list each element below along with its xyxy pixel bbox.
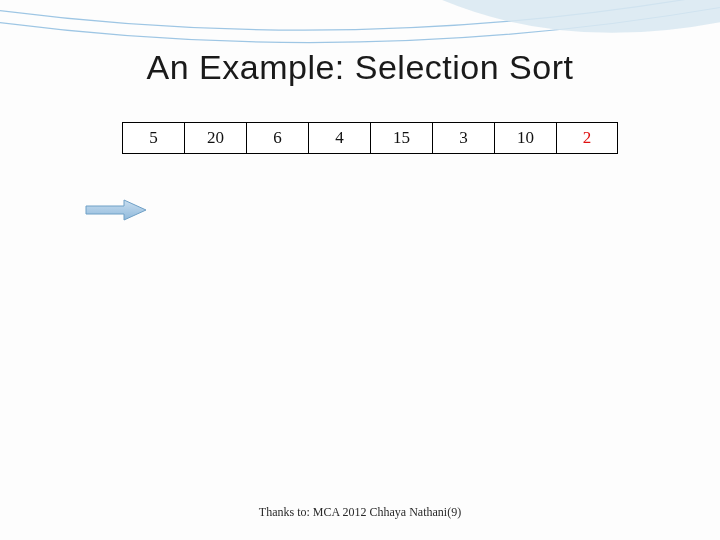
array-cell-min: 2 xyxy=(556,122,618,154)
array-cell: 4 xyxy=(308,122,370,154)
credit-text: Thanks to: MCA 2012 Chhaya Nathani(9) xyxy=(0,505,720,520)
array-cell: 6 xyxy=(246,122,308,154)
decor-line-1 xyxy=(0,0,720,30)
pointer-arrow-icon xyxy=(84,198,148,222)
decor-line-2 xyxy=(0,4,720,43)
array-cell: 10 xyxy=(494,122,556,154)
array-cell: 5 xyxy=(122,122,184,154)
decor-swoosh xyxy=(420,0,720,33)
array-cell: 20 xyxy=(184,122,246,154)
array-cell: 3 xyxy=(432,122,494,154)
array-row: 5 20 6 4 15 3 10 2 xyxy=(122,122,618,154)
slide-title: An Example: Selection Sort xyxy=(0,48,720,87)
array-cell: 15 xyxy=(370,122,432,154)
